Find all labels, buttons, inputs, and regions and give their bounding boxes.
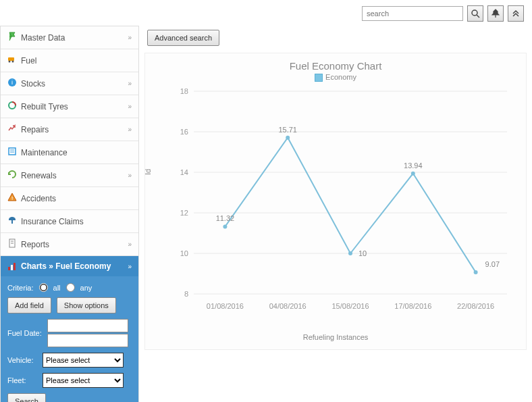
svg-text:12: 12 xyxy=(180,209,188,217)
chevron-right-icon: » xyxy=(128,241,132,248)
criteria-any-text: any xyxy=(80,284,92,292)
criteria-all-text: all xyxy=(53,284,61,292)
sidebar-item-repairs[interactable]: Repairs» xyxy=(1,118,138,141)
svg-point-3 xyxy=(9,61,11,63)
svg-point-38 xyxy=(286,136,290,140)
search-button[interactable] xyxy=(467,5,483,22)
sidebar-item-reports[interactable]: Reports» xyxy=(1,233,138,256)
sidebar-icon: i xyxy=(7,78,17,89)
svg-text:14: 14 xyxy=(180,168,188,176)
svg-rect-17 xyxy=(11,265,13,270)
svg-point-4 xyxy=(12,61,14,63)
svg-rect-18 xyxy=(14,263,16,270)
sidebar-item-label: Stocks xyxy=(21,79,45,89)
svg-point-36 xyxy=(223,224,227,228)
svg-text:10: 10 xyxy=(358,249,367,257)
sidebar-item-accidents[interactable]: !Accidents xyxy=(1,187,138,210)
collapse-up-button[interactable] xyxy=(508,5,524,22)
legend-swatch-icon xyxy=(315,74,323,82)
show-options-button[interactable]: Show options xyxy=(57,297,116,313)
criteria-any-radio[interactable] xyxy=(66,283,75,292)
svg-text:22/08/2016: 22/08/2016 xyxy=(457,302,494,310)
svg-text:i: i xyxy=(11,79,13,86)
sidebar-icon xyxy=(7,32,17,43)
svg-text:10: 10 xyxy=(180,249,188,257)
fuel-date-to-input[interactable] xyxy=(47,334,128,347)
svg-text:8: 8 xyxy=(184,290,188,298)
sidebar-icon xyxy=(7,124,17,135)
chart-ylabel: Id xyxy=(144,169,152,175)
svg-text:9.07: 9.07 xyxy=(485,260,500,268)
sidebar-item-insurance-claims[interactable]: Insurance Claims xyxy=(1,210,138,233)
sidebar-active-charts[interactable]: Charts » Fuel Economy » xyxy=(1,256,138,276)
vehicle-select[interactable]: Please select xyxy=(43,353,124,368)
svg-line-1 xyxy=(477,15,479,18)
charts-icon xyxy=(7,261,17,271)
fuel-date-from-input[interactable] xyxy=(47,319,128,332)
sidebar-item-label: Insurance Claims xyxy=(21,217,84,226)
svg-rect-2 xyxy=(8,57,14,61)
svg-text:01/08/2016: 01/08/2016 xyxy=(207,302,244,310)
pin-button[interactable] xyxy=(487,5,504,22)
svg-text:16: 16 xyxy=(180,128,188,136)
chart-svg: 8101214161801/08/201604/08/201615/08/201… xyxy=(169,84,521,314)
svg-text:13.94: 13.94 xyxy=(404,161,423,170)
svg-text:04/08/2016: 04/08/2016 xyxy=(269,302,307,310)
fleet-label: Fleet: xyxy=(7,376,37,384)
svg-rect-16 xyxy=(8,267,10,270)
sidebar-icon xyxy=(7,170,17,181)
sidebar-item-renewals[interactable]: Renewals» xyxy=(1,164,138,187)
sidebar-item-label: Rebuilt Tyres xyxy=(21,102,68,111)
sidebar-icon xyxy=(7,147,17,158)
sidebar-icon xyxy=(7,238,17,250)
chart-xlabel: Refueling Instances xyxy=(151,333,521,341)
sidebar-item-master-data[interactable]: Master Data» xyxy=(1,26,138,49)
sidebar-item-label: Master Data xyxy=(21,33,65,43)
svg-rect-8 xyxy=(9,148,16,155)
sidebar-item-stocks[interactable]: iStocks» xyxy=(1,72,138,95)
legend-label: Economy xyxy=(325,73,356,81)
sidebar-item-fuel[interactable]: Fuel xyxy=(1,49,138,72)
sidebar-item-label: Fuel xyxy=(21,56,36,66)
vehicle-label: Vehicle: xyxy=(7,356,37,364)
advanced-search-button[interactable]: Advanced search xyxy=(147,30,219,46)
svg-text:11.32: 11.32 xyxy=(216,214,235,222)
svg-text:17/08/2016: 17/08/2016 xyxy=(394,302,431,310)
criteria-all-radio[interactable] xyxy=(39,283,48,292)
chevron-right-icon: » xyxy=(128,34,132,41)
chart-container: Fuel Economy Chart Economy Id 8101214161… xyxy=(144,53,527,350)
chevron-right-icon: » xyxy=(128,103,132,110)
svg-text:!: ! xyxy=(11,195,13,201)
sidebar: Master Data»FueliStocks»Rebuilt Tyres»Re… xyxy=(0,26,139,402)
sidebar-item-label: Accidents xyxy=(21,194,56,203)
svg-rect-12 xyxy=(11,220,13,224)
sidebar-item-label: Renewals xyxy=(21,171,57,180)
sidebar-icon xyxy=(7,216,17,227)
svg-text:18: 18 xyxy=(180,87,188,95)
filter-panel: Criteria: all any Add field Show options… xyxy=(1,276,138,402)
fuel-date-label: Fuel Date: xyxy=(7,329,42,337)
svg-point-40 xyxy=(348,251,352,255)
add-field-button[interactable]: Add field xyxy=(7,297,51,313)
sidebar-item-rebuilt-tyres[interactable]: Rebuilt Tyres» xyxy=(1,95,138,118)
sidebar-item-maintenance[interactable]: Maintenance xyxy=(1,141,138,164)
chart-title: Fuel Economy Chart xyxy=(151,60,521,72)
criteria-label: Criteria: xyxy=(7,284,34,292)
svg-point-42 xyxy=(411,172,415,176)
search-button-filter[interactable]: Search xyxy=(7,393,46,402)
sidebar-icon: ! xyxy=(7,193,17,204)
sidebar-icon xyxy=(7,101,17,112)
sidebar-item-label: Repairs xyxy=(21,125,49,134)
sidebar-icon xyxy=(7,55,17,66)
fleet-select[interactable]: Please select xyxy=(43,373,124,388)
chevron-right-icon: » xyxy=(128,126,132,133)
svg-point-0 xyxy=(472,10,477,16)
sidebar-active-label: Charts » Fuel Economy xyxy=(21,261,111,271)
chevron-right-icon: » xyxy=(128,172,132,179)
chevron-right-icon: » xyxy=(128,263,132,270)
svg-point-44 xyxy=(474,270,478,274)
sidebar-item-label: Maintenance xyxy=(21,148,68,157)
search-input[interactable] xyxy=(362,6,463,21)
sidebar-item-label: Reports xyxy=(21,240,49,249)
chart-legend: Economy xyxy=(151,73,521,82)
